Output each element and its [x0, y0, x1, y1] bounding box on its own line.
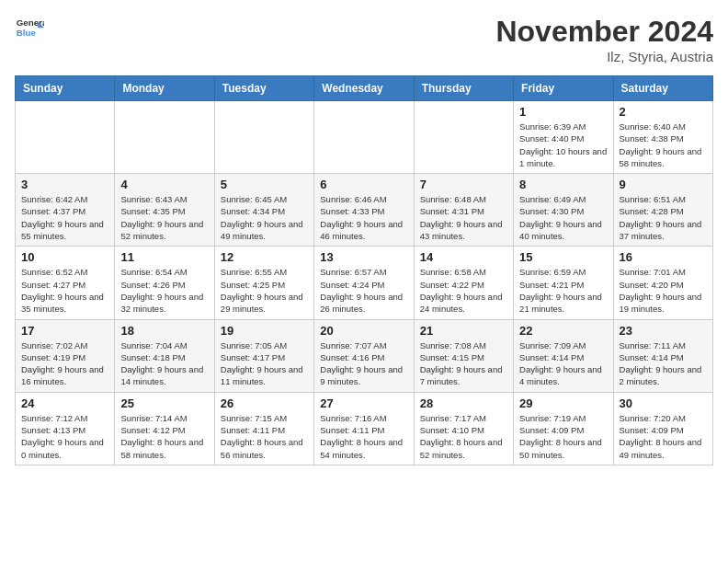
calendar-cell: 29Sunrise: 7:19 AM Sunset: 4:09 PM Dayli…	[514, 392, 613, 465]
day-info: Sunrise: 6:58 AM Sunset: 4:22 PM Dayligh…	[420, 266, 507, 315]
day-info: Sunrise: 6:40 AM Sunset: 4:38 PM Dayligh…	[620, 121, 707, 169]
title-block: November 2024 Ilz, Styria, Austria	[495, 15, 713, 64]
day-number: 12	[221, 250, 308, 264]
calendar-cell: 25Sunrise: 7:14 AM Sunset: 4:12 PM Dayli…	[115, 392, 214, 465]
day-info: Sunrise: 7:05 AM Sunset: 4:17 PM Dayligh…	[221, 339, 308, 388]
calendar-header: SundayMondayTuesdayWednesdayThursdayFrid…	[16, 76, 713, 101]
day-number: 15	[519, 250, 607, 264]
day-number: 22	[519, 324, 607, 338]
calendar-cell: 24Sunrise: 7:12 AM Sunset: 4:13 PM Dayli…	[16, 392, 115, 465]
day-number: 2	[620, 105, 707, 119]
day-number: 20	[320, 324, 407, 338]
day-info: Sunrise: 7:20 AM Sunset: 4:09 PM Dayligh…	[620, 412, 707, 461]
day-info: Sunrise: 7:01 AM Sunset: 4:20 PM Dayligh…	[620, 266, 707, 315]
day-info: Sunrise: 7:02 AM Sunset: 4:19 PM Dayligh…	[21, 339, 108, 388]
calendar-cell	[414, 101, 513, 174]
day-number: 18	[120, 324, 208, 338]
calendar-cell: 11Sunrise: 6:54 AM Sunset: 4:26 PM Dayli…	[115, 247, 214, 319]
calendar-cell: 5Sunrise: 6:45 AM Sunset: 4:34 PM Daylig…	[214, 174, 313, 247]
calendar-week-5: 24Sunrise: 7:12 AM Sunset: 4:13 PM Dayli…	[16, 392, 713, 465]
day-number: 10	[21, 250, 108, 264]
day-info: Sunrise: 7:17 AM Sunset: 4:10 PM Dayligh…	[420, 412, 507, 461]
calendar-cell: 18Sunrise: 7:04 AM Sunset: 4:18 PM Dayli…	[115, 319, 214, 392]
calendar-week-1: 1Sunrise: 6:39 AM Sunset: 4:40 PM Daylig…	[16, 101, 713, 174]
day-number: 13	[320, 250, 407, 264]
calendar-cell: 4Sunrise: 6:43 AM Sunset: 4:35 PM Daylig…	[115, 174, 214, 247]
calendar-cell: 16Sunrise: 7:01 AM Sunset: 4:20 PM Dayli…	[613, 247, 712, 319]
weekday-header-row: SundayMondayTuesdayWednesdayThursdayFrid…	[16, 76, 713, 101]
calendar-cell: 30Sunrise: 7:20 AM Sunset: 4:09 PM Dayli…	[613, 392, 712, 465]
calendar-cell: 21Sunrise: 7:08 AM Sunset: 4:15 PM Dayli…	[414, 319, 513, 392]
day-number: 3	[21, 178, 108, 191]
logo: General Blue	[15, 15, 44, 44]
day-info: Sunrise: 7:11 AM Sunset: 4:14 PM Dayligh…	[620, 339, 707, 388]
day-number: 16	[620, 250, 707, 264]
calendar-cell: 2Sunrise: 6:40 AM Sunset: 4:38 PM Daylig…	[613, 101, 712, 174]
weekday-header-friday: Friday	[514, 76, 613, 101]
day-info: Sunrise: 6:55 AM Sunset: 4:25 PM Dayligh…	[221, 266, 308, 315]
day-info: Sunrise: 7:19 AM Sunset: 4:09 PM Dayligh…	[519, 412, 607, 461]
weekday-header-wednesday: Wednesday	[314, 76, 414, 101]
day-number: 8	[519, 178, 607, 191]
calendar-cell: 10Sunrise: 6:52 AM Sunset: 4:27 PM Dayli…	[16, 247, 115, 319]
calendar-cell: 6Sunrise: 6:46 AM Sunset: 4:33 PM Daylig…	[314, 174, 414, 247]
svg-text:Blue: Blue	[17, 28, 37, 38]
day-info: Sunrise: 7:07 AM Sunset: 4:16 PM Dayligh…	[320, 339, 407, 388]
day-number: 19	[221, 324, 308, 338]
calendar-cell: 9Sunrise: 6:51 AM Sunset: 4:28 PM Daylig…	[613, 174, 712, 247]
day-number: 23	[620, 324, 707, 338]
day-number: 4	[120, 178, 208, 191]
calendar-cell: 14Sunrise: 6:58 AM Sunset: 4:22 PM Dayli…	[414, 247, 513, 319]
weekday-header-tuesday: Tuesday	[214, 76, 313, 101]
day-info: Sunrise: 6:43 AM Sunset: 4:35 PM Dayligh…	[120, 193, 208, 242]
day-number: 11	[120, 250, 208, 264]
day-number: 17	[21, 324, 108, 338]
calendar-cell: 22Sunrise: 7:09 AM Sunset: 4:14 PM Dayli…	[514, 319, 613, 392]
calendar-table: SundayMondayTuesdayWednesdayThursdayFrid…	[15, 75, 713, 465]
day-number: 7	[420, 178, 507, 191]
calendar-cell: 8Sunrise: 6:49 AM Sunset: 4:30 PM Daylig…	[514, 174, 613, 247]
day-number: 28	[420, 396, 507, 410]
day-info: Sunrise: 6:59 AM Sunset: 4:21 PM Dayligh…	[519, 266, 607, 315]
calendar-week-3: 10Sunrise: 6:52 AM Sunset: 4:27 PM Dayli…	[16, 247, 713, 319]
day-info: Sunrise: 7:16 AM Sunset: 4:11 PM Dayligh…	[320, 412, 407, 461]
day-number: 14	[420, 250, 507, 264]
calendar-cell: 28Sunrise: 7:17 AM Sunset: 4:10 PM Dayli…	[414, 392, 513, 465]
weekday-header-saturday: Saturday	[613, 76, 712, 101]
calendar-subtitle: Ilz, Styria, Austria	[495, 49, 713, 64]
day-info: Sunrise: 7:08 AM Sunset: 4:15 PM Dayligh…	[420, 339, 507, 388]
day-number: 25	[120, 396, 208, 410]
day-info: Sunrise: 6:39 AM Sunset: 4:40 PM Dayligh…	[519, 121, 607, 169]
day-number: 1	[519, 105, 607, 119]
day-info: Sunrise: 7:12 AM Sunset: 4:13 PM Dayligh…	[21, 412, 108, 461]
day-number: 21	[420, 324, 507, 338]
day-info: Sunrise: 7:04 AM Sunset: 4:18 PM Dayligh…	[120, 339, 208, 388]
calendar-cell: 13Sunrise: 6:57 AM Sunset: 4:24 PM Dayli…	[314, 247, 414, 319]
calendar-cell	[115, 101, 214, 174]
day-number: 24	[21, 396, 108, 410]
calendar-cell	[16, 101, 115, 174]
calendar-cell: 12Sunrise: 6:55 AM Sunset: 4:25 PM Dayli…	[214, 247, 313, 319]
calendar-cell	[314, 101, 414, 174]
calendar-week-4: 17Sunrise: 7:02 AM Sunset: 4:19 PM Dayli…	[16, 319, 713, 392]
weekday-header-thursday: Thursday	[414, 76, 513, 101]
calendar-cell: 19Sunrise: 7:05 AM Sunset: 4:17 PM Dayli…	[214, 319, 313, 392]
day-number: 6	[320, 178, 407, 191]
day-info: Sunrise: 6:51 AM Sunset: 4:28 PM Dayligh…	[620, 193, 707, 242]
day-info: Sunrise: 6:57 AM Sunset: 4:24 PM Dayligh…	[320, 266, 407, 315]
day-info: Sunrise: 6:45 AM Sunset: 4:34 PM Dayligh…	[221, 193, 308, 242]
calendar-cell: 26Sunrise: 7:15 AM Sunset: 4:11 PM Dayli…	[214, 392, 313, 465]
day-info: Sunrise: 6:48 AM Sunset: 4:31 PM Dayligh…	[420, 193, 507, 242]
page-header: General Blue November 2024 Ilz, Styria, …	[15, 15, 713, 64]
calendar-cell: 27Sunrise: 7:16 AM Sunset: 4:11 PM Dayli…	[314, 392, 414, 465]
calendar-cell: 17Sunrise: 7:02 AM Sunset: 4:19 PM Dayli…	[16, 319, 115, 392]
calendar-cell: 7Sunrise: 6:48 AM Sunset: 4:31 PM Daylig…	[414, 174, 513, 247]
day-info: Sunrise: 6:46 AM Sunset: 4:33 PM Dayligh…	[320, 193, 407, 242]
calendar-cell: 23Sunrise: 7:11 AM Sunset: 4:14 PM Dayli…	[613, 319, 712, 392]
day-info: Sunrise: 7:09 AM Sunset: 4:14 PM Dayligh…	[519, 339, 607, 388]
calendar-title: November 2024	[495, 15, 713, 49]
calendar-cell: 1Sunrise: 6:39 AM Sunset: 4:40 PM Daylig…	[514, 101, 613, 174]
day-number: 29	[519, 396, 607, 410]
day-number: 9	[620, 178, 707, 191]
weekday-header-sunday: Sunday	[16, 76, 115, 101]
